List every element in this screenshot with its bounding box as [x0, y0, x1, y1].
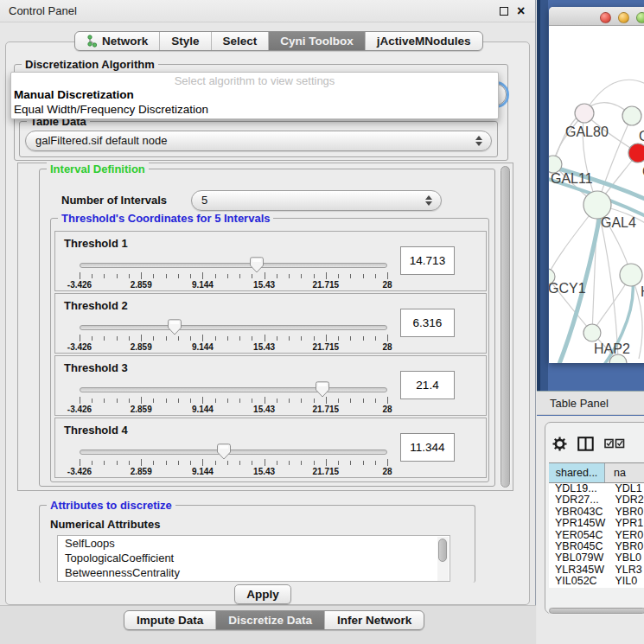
dropdown-option-manual[interactable]: Manual Discretization	[11, 87, 498, 102]
threshold-3-value[interactable]: 21.4	[400, 371, 455, 399]
scrollbar-thumb[interactable]	[501, 166, 510, 488]
scrollbar-thumb[interactable]	[438, 539, 447, 562]
threshold-4-value[interactable]: 11.344	[400, 433, 455, 462]
table-cell[interactable]: YER054C	[549, 530, 609, 541]
table-cell[interactable]: YBR043C	[549, 507, 609, 518]
table-cell[interactable]: YIL052C	[549, 576, 609, 587]
number-of-intervals-combobox[interactable]: 5	[191, 190, 442, 211]
threshold-1-value[interactable]: 14.713	[400, 246, 455, 275]
cyni-mode-tabs: Impute Data Discretize Data Infer Networ…	[124, 610, 424, 630]
table-cell[interactable]: YBL0	[609, 552, 644, 564]
table-cell[interactable]: YDR27...	[549, 494, 609, 506]
network-canvas[interactable]: GAL80 G. GAL11 C GAL4 GCY1 H HAP2	[549, 26, 644, 363]
tab-style[interactable]: Style	[160, 32, 211, 50]
table-row[interactable]: YER054CYER0	[549, 530, 644, 541]
slider-thumb[interactable]	[316, 381, 330, 398]
table-row[interactable]: YLR345WYLR3	[549, 564, 644, 576]
table-cell[interactable]: YLR3	[609, 564, 644, 576]
table-cell[interactable]: YBR0	[609, 541, 644, 552]
slider-track[interactable]	[80, 325, 387, 330]
tab-select-label: Select	[223, 35, 258, 48]
node-hap2[interactable]	[583, 324, 601, 341]
network-view-window[interactable]: GAL80 G. GAL11 C GAL4 GCY1 H HAP2	[549, 7, 644, 363]
tab-impute-data[interactable]: Impute Data	[124, 611, 216, 629]
table-row[interactable]: YBL079WYBL0	[549, 552, 644, 564]
table-cell[interactable]: YDR2	[609, 494, 644, 506]
node-red-selected[interactable]	[628, 143, 644, 163]
threshold-3-slider[interactable]: -3.4262.8599.14415.4321.71528	[80, 384, 387, 413]
table-cell[interactable]: YLR345W	[549, 564, 609, 576]
column-header-shared-name[interactable]: shared...	[549, 463, 605, 482]
table-cell[interactable]: YPR1	[609, 518, 644, 529]
node-gal11[interactable]	[549, 156, 562, 173]
node-label-gal80: GAL80	[565, 124, 609, 139]
attributes-list-scrollbar[interactable]	[437, 537, 449, 582]
slider-ticks	[80, 459, 387, 467]
table-cell[interactable]: YBL079W	[549, 552, 609, 564]
tab-jactivemnodules-label: jActiveMNodules	[377, 35, 471, 48]
threshold-2-label: Threshold 2	[64, 299, 128, 312]
slider-track[interactable]	[80, 450, 387, 455]
list-item[interactable]: BetweennessCentrality	[58, 565, 450, 580]
threshold-2-slider[interactable]: -3.4262.8599.14415.4321.71528	[80, 322, 387, 351]
numerical-attributes-list[interactable]: SelfLoopsTopologicalCoefficientBetweenne…	[57, 535, 450, 582]
select-columns-icon[interactable]	[604, 438, 625, 449]
gear-icon[interactable]	[552, 437, 567, 451]
table-container: shared... na YDL19...YDL1YDR27...YDR2YBR…	[545, 422, 644, 614]
table-horizontal-scrollbar[interactable]	[548, 607, 644, 615]
table-data-value: galFiltered.sif default node	[35, 134, 167, 147]
table-row[interactable]: YDL19...YDL1	[549, 483, 644, 494]
table-cell[interactable]: YBR045C	[549, 541, 609, 552]
network-window-titlebar[interactable]	[549, 7, 644, 26]
minimize-traffic-light-icon[interactable]	[618, 12, 629, 23]
table-row[interactable]: YDR27...YDR2	[549, 494, 644, 506]
slider-thumb[interactable]	[217, 443, 232, 460]
table-row[interactable]: YIL052CYIL0	[549, 576, 644, 587]
node-green-top[interactable]	[622, 106, 641, 125]
threshold-4-slider[interactable]: -3.4262.8599.14415.4321.71528	[80, 446, 387, 475]
table-cell[interactable]: YDL1	[609, 483, 644, 494]
table-cell[interactable]: YPR145W	[549, 518, 609, 529]
table-cell[interactable]: YDL19...	[549, 483, 609, 494]
node-label-hap2: HAP2	[594, 341, 630, 356]
tab-jactivemnodules[interactable]: jActiveMNodules	[366, 32, 482, 50]
network-desktop-area: GAL80 G. GAL11 C GAL4 GCY1 H HAP2 Table …	[537, 0, 644, 644]
column-layout-icon[interactable]	[577, 437, 594, 451]
float-window-icon[interactable]	[500, 7, 508, 16]
table-row[interactable]: YPR145WYPR1	[549, 518, 644, 529]
scrollbar-thumb[interactable]	[549, 608, 644, 614]
slider-track[interactable]	[80, 387, 387, 392]
node-h[interactable]	[620, 264, 642, 286]
slider-tick-labels: -3.4262.8599.14415.4321.71528	[80, 342, 387, 352]
column-header-name[interactable]: na	[605, 463, 644, 482]
table-data-combobox[interactable]: galFiltered.sif default node	[25, 131, 492, 151]
threshold-2-value[interactable]: 6.316	[400, 309, 455, 337]
node-gal80[interactable]	[575, 104, 594, 123]
dropdown-option-equal-width[interactable]: Equal Width/Frequency Discretization	[11, 102, 498, 117]
slider-thumb[interactable]	[168, 319, 182, 335]
close-icon[interactable]: ×	[517, 2, 525, 21]
tab-network[interactable]: Network	[75, 32, 160, 50]
interval-vertical-scrollbar[interactable]	[500, 166, 511, 488]
list-item[interactable]: SelfLoops	[58, 536, 450, 551]
table-row[interactable]: YBR043CYBR0	[549, 507, 644, 518]
control-panel-titlebar: Control Panel ×	[0, 0, 535, 22]
tab-discretize-data[interactable]: Discretize Data	[216, 611, 325, 629]
table-cell[interactable]: YBR0	[609, 507, 644, 518]
number-of-intervals-label: Number of Intervals	[61, 194, 167, 207]
close-traffic-light-icon[interactable]	[600, 12, 611, 23]
table-cell[interactable]: YIL0	[609, 576, 644, 587]
tab-select[interactable]: Select	[212, 32, 270, 50]
list-item[interactable]: TopologicalCoefficient	[58, 551, 450, 565]
slider-thumb[interactable]	[250, 257, 265, 273]
threshold-1-slider[interactable]: -3.4262.8599.14415.4321.71528	[80, 259, 387, 289]
table-cell[interactable]: YER0	[609, 530, 644, 541]
table-row[interactable]: YBR045CYBR0	[549, 541, 644, 552]
tab-cyni-toolbox[interactable]: Cyni Toolbox	[269, 32, 366, 50]
zoom-traffic-light-icon[interactable]	[636, 12, 644, 23]
tab-infer-network[interactable]: Infer Network	[325, 611, 424, 629]
apply-button[interactable]: Apply	[234, 584, 291, 604]
slider-tick-labels: -3.4262.8599.14415.4321.71528	[80, 280, 387, 290]
bottom-strip: Impute Data Discretize Data Infer Networ…	[0, 605, 536, 644]
slider-track[interactable]	[80, 263, 387, 268]
